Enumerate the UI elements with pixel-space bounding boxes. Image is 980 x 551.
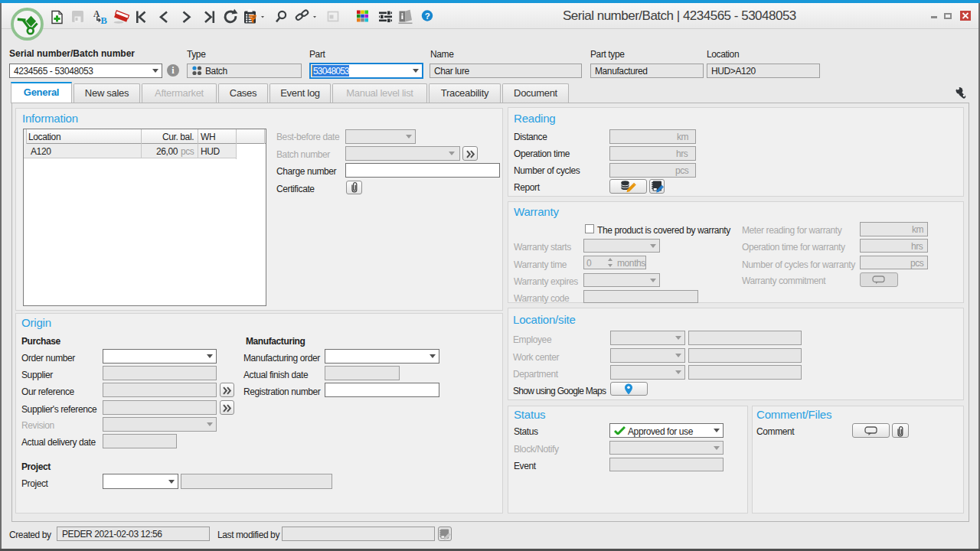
svg-text:?: ? (425, 11, 430, 21)
svg-text:B: B (101, 15, 107, 26)
